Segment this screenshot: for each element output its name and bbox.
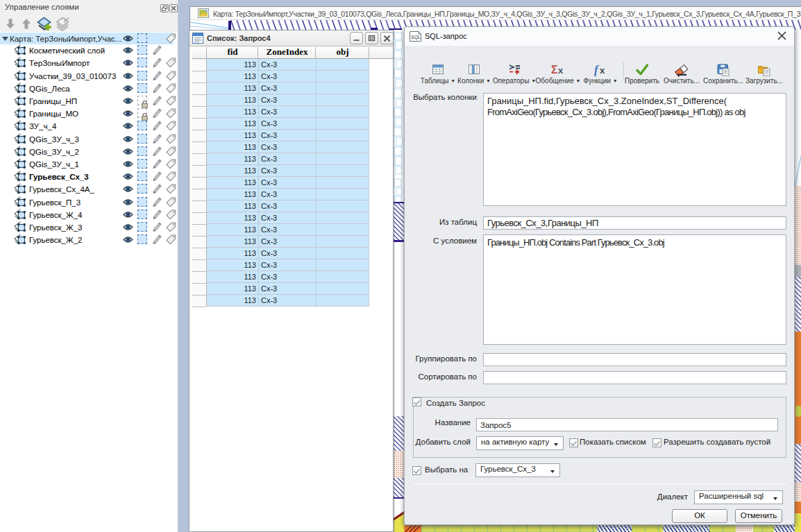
svg-text:SQL: SQL	[411, 35, 421, 40]
svg-text:x: x	[558, 65, 564, 76]
svg-text:f: f	[594, 63, 600, 76]
svg-text:Σ: Σ	[551, 64, 558, 76]
svg-text:x: x	[600, 65, 605, 76]
